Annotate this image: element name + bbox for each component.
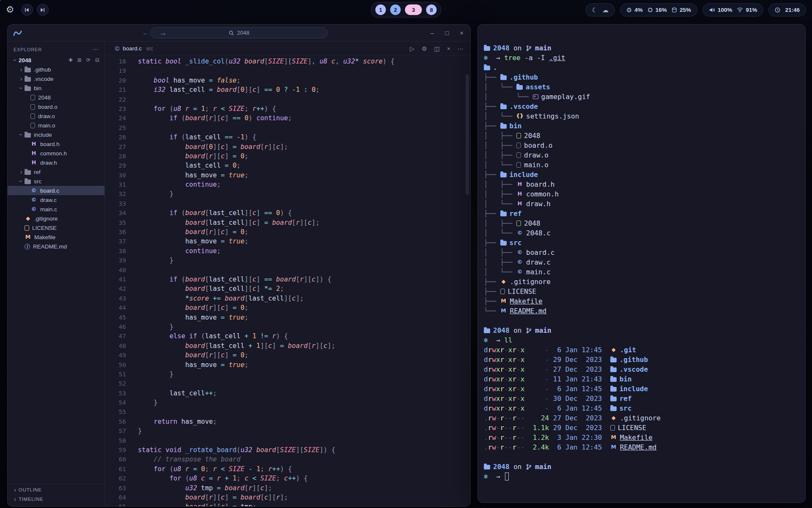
explorer-item-Makefile[interactable]: MMakefile (8, 232, 104, 242)
explorer-more-icon[interactable]: ⋯ (93, 46, 99, 52)
terminal-line-tree: │ ├── ©draw.c (484, 257, 805, 267)
settings-button[interactable]: ⚙ (422, 45, 427, 52)
code-token: c (268, 342, 272, 350)
explorer-item-draw.c[interactable]: ©draw.c (8, 195, 104, 204)
terminal-line-tree: │ └── ©main.c (484, 267, 805, 277)
explorer-item-draw.h[interactable]: Hdraw.h (8, 158, 104, 167)
file-date: 30 Dec 2023 (553, 394, 602, 403)
explorer-item-common.h[interactable]: Hcommon.h (8, 149, 104, 158)
explorer-item-ref[interactable]: ›ref (8, 167, 104, 177)
terminal-content[interactable]: 2048 on main❄ → tree -a -I .git.├── .git… (484, 43, 805, 497)
explorer-item-README.md[interactable]: iREADME.md (8, 242, 104, 251)
explorer-item-main.o[interactable]: main.o (8, 121, 104, 130)
split-editor-button[interactable]: ◫ (434, 45, 440, 52)
new-file-icon[interactable]: ✚ (69, 57, 73, 63)
explorer-item-board.c[interactable]: ©board.c (8, 186, 104, 195)
minimize-button[interactable]: – (431, 29, 434, 36)
explorer-item-board.o[interactable]: board.o (8, 102, 104, 111)
more-button[interactable]: ⋯ (458, 45, 464, 52)
code-editor[interactable]: 18static bool _slide_col(u32 board[SIZE]… (105, 56, 470, 506)
command-search-input[interactable]: 2048 (150, 27, 328, 39)
code-token (241, 332, 244, 340)
tab-board-c[interactable]: © board.c src (115, 45, 153, 52)
workspace-button-3[interactable]: 3 (405, 5, 422, 15)
permissions: drwxr-xr-x (484, 345, 524, 355)
panel-timeline[interactable]: ›TIMELINE (8, 494, 104, 504)
panel-outline[interactable]: ›OUTLINE (8, 485, 104, 494)
terminal-line-prompt: 2048 on main (484, 462, 805, 472)
code-token: SIZE (280, 446, 296, 454)
perm-char: x (521, 404, 525, 412)
code-token: ] (260, 342, 264, 350)
explorer-item-main.c[interactable]: ©main.c (8, 204, 104, 214)
explorer-root-row[interactable]: ›2048✚⊞⟳⊟ (8, 55, 104, 65)
line-number: 54 (105, 398, 126, 407)
explorer-item-src[interactable]: ›src (8, 177, 104, 186)
run-button[interactable]: ▷ (410, 45, 414, 52)
git-branch-name: main (535, 462, 551, 472)
new-folder-icon[interactable]: ⊞ (77, 57, 82, 63)
nav-back-icon[interactable]: ← (142, 29, 149, 37)
perm-char: - (516, 443, 521, 451)
skip-back-button[interactable] (21, 4, 33, 16)
code-token: < (252, 475, 256, 482)
explorer-item-.gitignore[interactable]: ◆.gitignore (8, 214, 104, 223)
code-token: ; (205, 465, 209, 473)
wifi-value: 91% (746, 7, 757, 13)
clock-time: 21:46 (785, 7, 800, 13)
code-token (280, 86, 284, 94)
code-token: 2 (276, 285, 280, 293)
cpu-stat: ⚙4% (626, 7, 643, 13)
explorer-item-draw.o[interactable]: draw.o (8, 111, 104, 121)
panel-label: TIMELINE (19, 497, 44, 502)
skip-forward-button[interactable] (37, 4, 49, 16)
terminal-line-tree: ├── .github (484, 72, 805, 82)
explorer-item-board.h[interactable]: Hboard.h (8, 139, 104, 149)
code-token: ] (244, 285, 248, 293)
code-token: board (185, 219, 205, 226)
code-token: ] (256, 209, 260, 217)
close-button[interactable]: × (460, 29, 464, 36)
git-icon: ◆ (610, 415, 617, 421)
code-token (229, 143, 233, 151)
code-token (252, 465, 256, 473)
terminal-cursor[interactable] (505, 472, 509, 480)
code-token: ] (225, 114, 228, 122)
code-token (272, 276, 276, 283)
explorer-item-include[interactable]: ›include (8, 130, 104, 139)
code-token: [ (205, 219, 209, 226)
file-date: 3 Jan 22:30 (553, 433, 602, 442)
scrollbar-thumb[interactable] (466, 74, 469, 195)
nav-forward-icon[interactable]: → (159, 29, 167, 37)
code-token: [ (205, 209, 209, 217)
close-button[interactable]: × (447, 45, 450, 52)
terminal-line-ll: .rw-r--r-- 1.1k 29 Dec 2023 LICENSE (484, 423, 805, 433)
workspace-button-2[interactable]: 2 (390, 5, 401, 15)
code-token (217, 237, 221, 245)
system-menu-icon[interactable]: ⚙ (6, 5, 14, 14)
explorer-item-.vscode[interactable]: ›.vscode (8, 74, 104, 83)
perm-char: w (492, 395, 496, 403)
workspace-button-1[interactable]: 1 (376, 5, 386, 15)
perm-char: r (500, 414, 505, 422)
code-token (205, 475, 209, 482)
explorer-item-2048[interactable]: 2048 (8, 93, 104, 102)
refresh-icon[interactable]: ⟳ (86, 57, 91, 63)
code-text: board[c][r] = tmp; (126, 502, 256, 506)
s-plain (488, 53, 496, 63)
code-token: SIZE (261, 475, 276, 482)
tree-branch-lines: │ └── (484, 111, 516, 121)
tree-entry-name: common.h (526, 189, 559, 199)
explorer-item-bin[interactable]: ›bin (8, 83, 104, 93)
code-token (138, 181, 185, 188)
code-token (138, 389, 170, 397)
permissions: .rw-r--r-- (484, 423, 524, 433)
explorer-item-LICENSE[interactable]: LICENSE (8, 223, 104, 232)
collapse-all-icon[interactable]: ⊟ (95, 57, 99, 63)
permissions: .rw-r--r-- (484, 433, 524, 442)
s-plain (524, 345, 532, 355)
explorer-item-.github[interactable]: ›.github (8, 65, 104, 74)
workspace-button-8[interactable]: 8 (426, 5, 437, 15)
item-label: draw.c (40, 197, 57, 203)
maximize-button[interactable]: □ (445, 29, 449, 36)
